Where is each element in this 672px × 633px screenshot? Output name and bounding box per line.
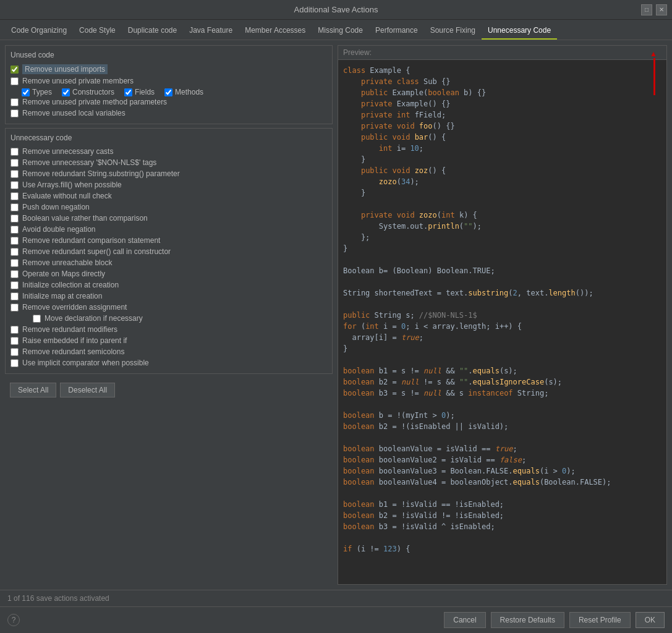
methods-checkbox[interactable] <box>164 88 172 96</box>
raise-embedded-if-row: Raise embedded if into parent if <box>11 335 327 346</box>
methods-check-item: Methods <box>164 88 203 96</box>
arrays-fill-label: Use Arrays.fill() when possible <box>22 181 122 189</box>
raise-embedded-if-label: Raise embedded if into parent if <box>22 336 127 345</box>
types-label: Types <box>32 88 52 96</box>
unused-code-section: Unused code Remove unused imports Remove… <box>5 45 333 124</box>
tab-unnecessary-code[interactable]: Unnecessary Code <box>482 22 557 40</box>
arrays-fill-checkbox[interactable] <box>11 181 19 189</box>
redundant-modifiers-checkbox[interactable] <box>11 326 19 334</box>
unused-method-params-row: Remove unused private method parameters <box>11 96 327 108</box>
redundant-modifiers-label: Remove redundant modifiers <box>22 325 117 334</box>
fields-check-item: Fields <box>124 88 155 96</box>
reset-profile-button[interactable]: Reset Profile <box>569 612 631 628</box>
help-icon-container: ? <box>7 614 20 626</box>
redundant-super-checkbox[interactable] <box>11 248 19 256</box>
constructors-checkbox[interactable] <box>62 88 70 96</box>
unused-local-vars-label: Remove unused local variables <box>22 109 125 117</box>
unused-local-vars-checkbox[interactable] <box>11 109 19 117</box>
tab-source-fixing[interactable]: Source Fixing <box>424 22 482 40</box>
avoid-double-negation-label: Avoid double negation <box>22 225 96 234</box>
window-controls: □ ✕ <box>641 4 667 15</box>
redundant-semicolons-label: Remove redundant semicolons <box>22 347 124 356</box>
right-panel: Preview: class Example { private class S… <box>338 45 667 585</box>
evaluate-without-check-checkbox[interactable] <box>11 192 19 200</box>
fields-label: Fields <box>135 88 155 96</box>
unreachable-block-checkbox[interactable] <box>11 259 19 267</box>
unnecessary-code-section: Unnecessary code Remove unnecessary cast… <box>5 128 333 374</box>
ok-button[interactable]: OK <box>636 612 665 628</box>
redundant-substring-row: Remove redundant String.substring() para… <box>11 168 327 179</box>
init-collection-row: Initialize collection at creation <box>11 279 327 291</box>
tab-code-style[interactable]: Code Style <box>73 22 122 40</box>
init-collection-checkbox[interactable] <box>11 281 19 289</box>
tab-duplicate-code[interactable]: Duplicate code <box>122 22 183 40</box>
push-down-negation-checkbox[interactable] <box>11 203 19 211</box>
constructors-label: Constructors <box>72 88 114 96</box>
close-button[interactable]: ✕ <box>656 4 667 15</box>
redundant-super-row: Remove redundant super() call in constru… <box>11 246 327 257</box>
boolean-comparison-checkbox[interactable] <box>11 215 19 223</box>
move-declaration-label: Move declaration if necessary <box>45 314 143 323</box>
avoid-double-negation-checkbox[interactable] <box>11 226 19 234</box>
init-map-label: Initialize map at creation <box>22 292 102 300</box>
non-nls-tags-row: Remove unnecessary '$NON-NLS$' tags <box>11 157 327 168</box>
init-map-checkbox[interactable] <box>11 292 19 300</box>
unused-method-params-checkbox[interactable] <box>11 98 19 106</box>
operate-maps-label: Operate on Maps directly <box>22 270 105 278</box>
unnecessary-code-title: Unnecessary code <box>11 134 327 142</box>
non-nls-tags-checkbox[interactable] <box>11 159 19 167</box>
tab-java-feature[interactable]: Java Feature <box>183 22 239 40</box>
redundant-substring-label: Remove redundant String.substring() para… <box>22 169 180 178</box>
tab-member-accesses[interactable]: Member Accesses <box>239 22 312 40</box>
redundant-substring-checkbox[interactable] <box>11 170 19 178</box>
minimize-button[interactable]: □ <box>641 4 652 15</box>
status-text: 1 of 116 save actions activated <box>7 594 109 603</box>
redundant-super-label: Remove redundant super() call in constru… <box>22 247 171 256</box>
redundant-comparison-label: Remove redundant comparison statement <box>22 236 160 245</box>
implicit-comparator-checkbox[interactable] <box>11 359 19 367</box>
push-down-negation-row: Push down negation <box>11 202 327 213</box>
evaluate-without-check-row: Evaluate without null check <box>11 190 327 202</box>
remove-overridden-checkbox[interactable] <box>11 304 19 312</box>
select-all-button[interactable]: Select All <box>10 383 56 397</box>
fields-checkbox[interactable] <box>124 88 132 96</box>
unnecessary-casts-checkbox[interactable] <box>11 148 19 156</box>
select-buttons-container: Select All Deselect All <box>5 378 333 402</box>
tab-code-organizing[interactable]: Code Organizing <box>5 22 73 40</box>
unnecessary-casts-label: Remove unnecessary casts <box>22 147 113 156</box>
raise-embedded-if-checkbox[interactable] <box>11 337 19 345</box>
tab-performance[interactable]: Performance <box>369 22 424 40</box>
types-check-item: Types <box>22 88 52 96</box>
types-checkbox[interactable] <box>22 88 30 96</box>
unused-imports-checkbox[interactable] <box>11 66 19 74</box>
remove-overridden-row: Remove overridden assignment <box>11 302 327 313</box>
dialog-title: Additional Save Actions <box>294 5 378 14</box>
boolean-comparison-label: Boolean value rather than comparison <box>22 214 148 223</box>
help-button[interactable]: ? <box>7 614 20 626</box>
redundant-semicolons-checkbox[interactable] <box>11 348 19 356</box>
cancel-button[interactable]: Cancel <box>444 612 485 628</box>
avoid-double-negation-row: Avoid double negation <box>11 224 327 235</box>
unused-private-members-row: Remove unused private members <box>11 75 327 87</box>
operate-maps-checkbox[interactable] <box>11 270 19 278</box>
unused-code-title: Unused code <box>11 51 327 59</box>
move-declaration-checkbox[interactable] <box>33 315 41 323</box>
left-panel: Unused code Remove unused imports Remove… <box>5 45 333 585</box>
operate-maps-row: Operate on Maps directly <box>11 268 327 279</box>
title-bar: Additional Save Actions □ ✕ <box>0 0 672 20</box>
methods-label: Methods <box>175 88 203 96</box>
unused-private-members-label: Remove unused private members <box>22 77 134 85</box>
main-content: Unused code Remove unused imports Remove… <box>0 40 672 590</box>
move-declaration-row: Move declaration if necessary <box>33 313 327 324</box>
boolean-comparison-row: Boolean value rather than comparison <box>11 213 327 224</box>
redundant-comparison-checkbox[interactable] <box>11 237 19 245</box>
constructors-check-item: Constructors <box>62 88 114 96</box>
tab-missing-code[interactable]: Missing Code <box>312 22 369 40</box>
deselect-all-button[interactable]: Deselect All <box>60 383 115 397</box>
footer: ? Cancel Restore Defaults Reset Profile … <box>0 606 672 633</box>
redundant-semicolons-row: Remove redundant semicolons <box>11 346 327 357</box>
restore-defaults-button[interactable]: Restore Defaults <box>491 612 564 628</box>
unused-imports-label: Remove unused imports <box>22 64 108 74</box>
evaluate-without-check-label: Evaluate without null check <box>22 192 112 200</box>
unused-private-members-checkbox[interactable] <box>11 77 19 85</box>
